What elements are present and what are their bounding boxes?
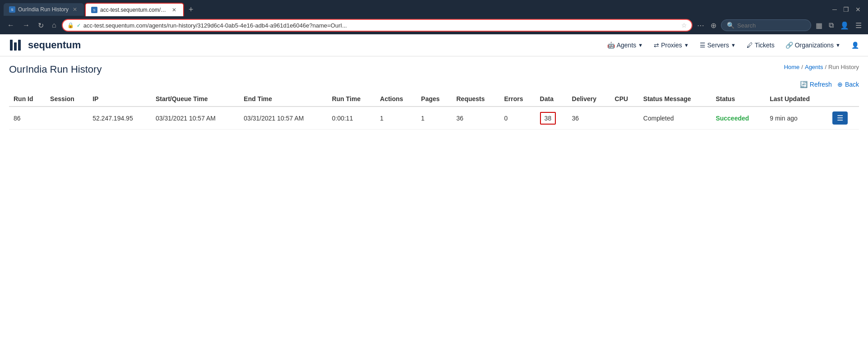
browser-chrome: S OurIndia Run History ✕ S acc-test.sequ… — [0, 0, 868, 34]
cell-run-id: 86 — [9, 107, 46, 130]
shield-icon: ✓ — [77, 23, 81, 28]
col-session: Session — [46, 92, 88, 107]
window-minimize-button[interactable]: ─ — [831, 4, 839, 15]
table-body: 86 52.247.194.95 03/31/2021 10:57 AM 03/… — [9, 107, 859, 130]
col-start-time: Start/Queue Time — [151, 92, 239, 107]
col-delivery: Delivery — [568, 92, 610, 107]
address-bar-row: ← → ↻ ⌂ 🔒 ✓ ☆ ⋯ ⊕ 🔍 ▦ ⧉ 👤 ☰ — [0, 16, 868, 34]
cell-requests: 36 — [452, 107, 500, 130]
svg-text:S: S — [93, 8, 95, 12]
tab1-title: OurIndia Run History — [18, 6, 69, 13]
logo-text: sequentum — [28, 39, 81, 51]
main-table-wrap: Run Id Session IP Start/Queue Time End T… — [0, 92, 868, 130]
svg-rect-6 — [18, 40, 21, 51]
lock-icon: 🔒 — [67, 22, 74, 28]
organizations-dropdown-icon: ▼ — [836, 42, 840, 48]
data-cell-highlight: 38 — [540, 112, 556, 125]
col-errors: Errors — [499, 92, 535, 107]
proxies-icon: ⇄ — [654, 42, 659, 49]
cell-cpu — [610, 107, 639, 130]
cell-end-time: 03/31/2021 10:57 AM — [239, 107, 327, 130]
run-history-table: Run Id Session IP Start/Queue Time End T… — [9, 92, 859, 130]
col-data: Data — [536, 92, 568, 107]
col-status-message: Status Message — [639, 92, 711, 107]
nav-agents[interactable]: 🤖 Agents ▼ — [607, 42, 643, 49]
page-header: OurIndia Run History Home / Agents / Run… — [0, 56, 868, 79]
search-bar[interactable]: 🔍 — [721, 19, 811, 31]
tab2-close-icon[interactable]: ✕ — [171, 6, 178, 14]
tab-2[interactable]: S acc-test.sequentum.com/Upload/8 ✕ — [85, 3, 184, 16]
tab-bar: S OurIndia Run History ✕ S acc-test.sequ… — [0, 0, 868, 16]
cell-errors: 0 — [499, 107, 535, 130]
cell-delivery: 36 — [568, 107, 610, 130]
svg-rect-4 — [10, 40, 13, 51]
split-view-icon[interactable]: ⧉ — [827, 19, 836, 31]
col-run-id: Run Id — [9, 92, 46, 107]
back-icon: ⊕ — [837, 81, 843, 88]
cell-status-message: Completed — [639, 107, 711, 130]
address-bar[interactable]: 🔒 ✓ ☆ — [62, 19, 693, 32]
organizations-icon: 🔗 — [785, 42, 793, 49]
nav-links: 🤖 Agents ▼ ⇄ Proxies ▼ ☰ Servers ▼ 🖊 Tic… — [607, 42, 859, 49]
row-action-button[interactable]: ☰ — [832, 111, 848, 125]
col-status: Status — [711, 92, 765, 107]
nav-proxies[interactable]: ⇄ Proxies ▼ — [654, 42, 689, 49]
window-restore-button[interactable]: ❐ — [841, 4, 851, 15]
app-header: sequentum 🤖 Agents ▼ ⇄ Proxies ▼ ☰ Serve… — [0, 34, 868, 56]
cell-action-button[interactable]: ☰ — [828, 107, 859, 130]
breadcrumb-sep1: / — [801, 64, 803, 70]
svg-text:S: S — [11, 8, 13, 12]
breadcrumb-agents[interactable]: Agents — [805, 64, 823, 70]
more-options-icon[interactable]: ⋯ — [695, 19, 706, 32]
back-button[interactable]: ⊕ Back — [837, 81, 859, 88]
nav-organizations[interactable]: 🔗 Organizations ▼ — [785, 42, 840, 49]
page-title: OurIndia Run History — [9, 64, 102, 75]
nav-profile[interactable]: 👤 — [851, 42, 859, 49]
breadcrumb-current: Run History — [828, 64, 859, 70]
tab2-title: acc-test.sequentum.com/Upload/8 — [100, 7, 168, 13]
col-actions-btn — [828, 92, 859, 107]
tab1-favicon: S — [9, 6, 15, 13]
nav-forward-button[interactable]: → — [20, 19, 32, 31]
servers-dropdown-icon: ▼ — [731, 42, 736, 48]
address-input[interactable] — [83, 22, 679, 29]
col-requests: Requests — [452, 92, 500, 107]
sidebar-icon[interactable]: ▦ — [814, 19, 824, 32]
nav-reload-button[interactable]: ↻ — [35, 19, 46, 32]
tab1-close-icon[interactable]: ✕ — [71, 6, 78, 13]
tickets-icon: 🖊 — [747, 42, 753, 49]
agents-dropdown-icon: ▼ — [638, 42, 643, 48]
cell-actions: 1 — [375, 107, 416, 130]
svg-rect-5 — [14, 42, 17, 51]
nav-back-button[interactable]: ← — [5, 19, 17, 31]
cell-last-updated: 9 min ago — [765, 107, 828, 130]
new-tab-button[interactable]: + — [185, 3, 197, 16]
bookmark-icon[interactable]: ☆ — [681, 22, 687, 29]
col-actions: Actions — [375, 92, 416, 107]
status-badge: Succeeded — [716, 115, 749, 122]
window-close-button[interactable]: ✕ — [854, 4, 863, 15]
breadcrumb-home[interactable]: Home — [784, 64, 800, 70]
browser-menu-icon[interactable]: ☰ — [854, 19, 863, 32]
profile-icon[interactable]: 👤 — [838, 19, 851, 32]
refresh-button[interactable]: 🔄 Refresh — [800, 81, 832, 88]
search-icon: 🔍 — [727, 22, 734, 29]
tab-1[interactable]: S OurIndia Run History ✕ — [4, 3, 84, 16]
col-pages: Pages — [416, 92, 452, 107]
cell-status: Succeeded — [711, 107, 765, 130]
col-run-time: Run Time — [328, 92, 376, 107]
search-input[interactable] — [737, 22, 791, 29]
nav-tickets[interactable]: 🖊 Tickets — [747, 42, 775, 49]
cell-run-time: 0:00:11 — [328, 107, 376, 130]
agents-icon: 🤖 — [607, 42, 615, 49]
col-end-time: End Time — [239, 92, 327, 107]
logo-icon — [9, 38, 23, 52]
nav-servers[interactable]: ☰ Servers ▼ — [700, 42, 736, 49]
nav-home-button[interactable]: ⌂ — [49, 19, 59, 31]
breadcrumb: Home / Agents / Run History — [784, 64, 859, 70]
proxies-dropdown-icon: ▼ — [684, 42, 689, 48]
cell-ip: 52.247.194.95 — [88, 107, 151, 130]
col-last-updated: Last Updated — [765, 92, 828, 107]
profile-nav-icon: 👤 — [851, 42, 859, 49]
pocket-icon[interactable]: ⊕ — [709, 19, 718, 32]
